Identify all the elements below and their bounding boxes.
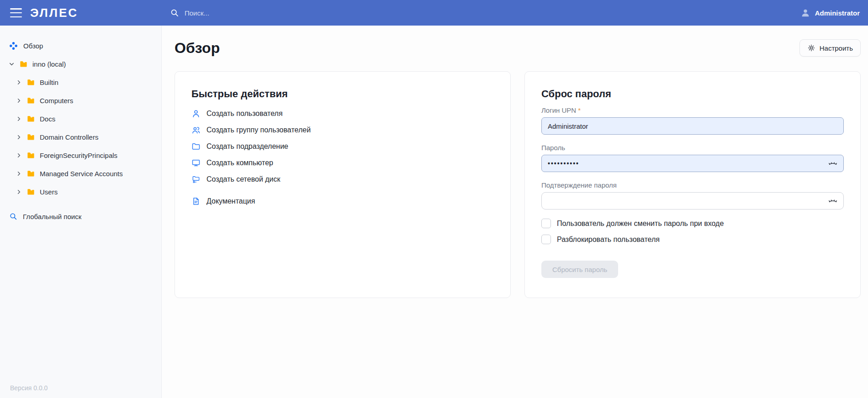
action-create-ou[interactable]: Создать подразделение	[191, 138, 494, 155]
quick-actions-card: Быстрые действия Создать пользователя	[175, 71, 511, 298]
login-upn-label: Логин UPN *	[541, 106, 844, 114]
tree-node-docs[interactable]: Docs	[0, 110, 161, 128]
unlock-user-checkbox[interactable]	[541, 235, 551, 244]
folder-icon	[26, 151, 35, 160]
password-label: Пароль	[541, 144, 844, 152]
action-documentation[interactable]: Документация	[191, 193, 494, 209]
action-label: Создать компьютер	[206, 159, 273, 167]
folder-icon	[26, 96, 35, 105]
quick-actions-list: Создать пользователя Создать группу поль…	[191, 105, 494, 209]
configure-button-label: Настроить	[820, 44, 853, 52]
required-marker: *	[578, 106, 581, 114]
user-menu[interactable]: Administrator	[800, 8, 868, 18]
folder-icon	[26, 115, 35, 123]
gear-icon	[807, 44, 815, 52]
version-label: Версия 0.0.0	[10, 384, 48, 392]
password-input[interactable]	[541, 155, 844, 172]
tree-node-computers[interactable]: Computers	[0, 91, 161, 110]
cards-row: Быстрые действия Создать пользователя	[175, 71, 861, 298]
menu-icon[interactable]	[10, 8, 22, 17]
user-add-icon	[191, 109, 201, 118]
tree-node-label: Builtin	[40, 79, 58, 86]
document-icon	[191, 197, 201, 206]
confirm-password-input[interactable]	[541, 192, 844, 209]
sidebar-item-overview[interactable]: Обзор	[0, 37, 161, 55]
chevron-right-icon[interactable]	[15, 151, 23, 159]
chevron-right-icon[interactable]	[15, 188, 23, 196]
chevron-down-icon[interactable]	[7, 60, 16, 68]
folder-icon	[19, 60, 28, 68]
action-create-group[interactable]: Создать группу пользователей	[191, 122, 494, 138]
topbar-search	[170, 8, 376, 17]
user-icon	[800, 8, 810, 18]
login-upn-field-wrap	[541, 117, 844, 135]
sidebar-item-label: Глобальный поиск	[23, 213, 81, 220]
confirm-password-field-wrap	[541, 192, 844, 209]
tree-node-label: inno (local)	[32, 60, 66, 68]
chevron-right-icon[interactable]	[15, 115, 23, 123]
tree-node-label: ForeignSecurityPrincipals	[40, 152, 117, 159]
action-label: Создать подразделение	[206, 142, 288, 151]
search-icon	[170, 8, 179, 17]
folder-icon	[26, 78, 35, 87]
configure-button[interactable]: Настроить	[799, 39, 861, 57]
folder-icon	[26, 133, 35, 141]
action-create-computer[interactable]: Создать компьютер	[191, 155, 494, 171]
action-create-network-drive[interactable]: Создать сетевой диск	[191, 171, 494, 188]
chevron-right-icon[interactable]	[15, 169, 23, 178]
sidebar: Обзор inno (local) Builtin Computers Doc…	[0, 26, 162, 398]
dashboard-dots-icon	[9, 42, 18, 50]
tree-node-label: Users	[40, 188, 58, 196]
chevron-right-icon[interactable]	[15, 96, 23, 105]
tree-node-managed-service-accounts[interactable]: Managed Service Accounts	[0, 164, 161, 183]
folder-icon	[26, 169, 35, 178]
login-upn-input[interactable]	[541, 117, 844, 135]
reset-password-button[interactable]: Сбросить пароль	[541, 261, 618, 278]
checkbox-label: Пользователь должен сменить пароль при в…	[557, 220, 724, 228]
confirm-password-label: Подтверждение пароля	[541, 181, 844, 189]
search-input[interactable]	[185, 9, 376, 17]
search-icon	[9, 212, 17, 220]
folder-icon	[26, 188, 35, 196]
tree-node-label: Computers	[40, 97, 73, 105]
tree-node-label: Managed Service Accounts	[40, 170, 123, 178]
tree-node-users[interactable]: Users	[0, 183, 161, 201]
eye-closed-icon[interactable]	[828, 158, 838, 168]
password-reset-title: Сброс пароля	[541, 88, 844, 100]
checkbox-row-unlock-user[interactable]: Разблокировать пользователя	[541, 235, 844, 244]
action-label: Создать группу пользователей	[206, 126, 311, 134]
quick-actions-title: Быстрые действия	[191, 88, 494, 100]
tree-node-label: Docs	[40, 115, 55, 123]
action-label: Документация	[206, 197, 255, 205]
action-create-user[interactable]: Создать пользователя	[191, 105, 494, 122]
tree-node-domain-controllers[interactable]: Domain Controllers	[0, 128, 161, 146]
app-logo: ЭЛЛЕС	[30, 6, 78, 20]
main-content: Обзор Настроить Быстрые действия	[162, 26, 868, 398]
chevron-right-icon[interactable]	[15, 133, 23, 141]
user-group-icon	[191, 126, 201, 135]
password-reset-card: Сброс пароля Логин UPN * Пароль	[524, 71, 861, 298]
sidebar-item-label: Обзор	[23, 42, 43, 50]
tree-node-foreign-security-principals[interactable]: ForeignSecurityPrincipals	[0, 146, 161, 164]
topbar-left: ЭЛЛЕС	[0, 6, 162, 20]
tree-node-label: Domain Controllers	[40, 133, 98, 141]
chevron-right-icon[interactable]	[15, 78, 23, 86]
action-label: Создать пользователя	[206, 110, 283, 118]
password-field-wrap	[541, 155, 844, 172]
network-drive-icon	[191, 175, 201, 184]
tree-node-domain[interactable]: inno (local)	[0, 55, 161, 73]
computer-icon	[191, 158, 201, 168]
topbar: ЭЛЛЕС Administrator	[0, 0, 868, 26]
page-title: Обзор	[175, 40, 220, 57]
sidebar-item-global-search[interactable]: Глобальный поиск	[0, 207, 161, 225]
tree-node-builtin[interactable]: Builtin	[0, 73, 161, 91]
eye-closed-icon[interactable]	[828, 196, 838, 206]
username-label: Administrator	[815, 9, 860, 17]
main-header: Обзор Настроить	[175, 39, 861, 57]
folder-icon	[191, 142, 201, 151]
change-password-checkbox[interactable]	[541, 219, 551, 228]
action-label: Создать сетевой диск	[206, 175, 281, 183]
password-reset-form: Логин UPN * Пароль	[541, 106, 844, 278]
checkbox-row-change-password[interactable]: Пользователь должен сменить пароль при в…	[541, 219, 844, 228]
layout: Обзор inno (local) Builtin Computers Doc…	[0, 26, 868, 398]
